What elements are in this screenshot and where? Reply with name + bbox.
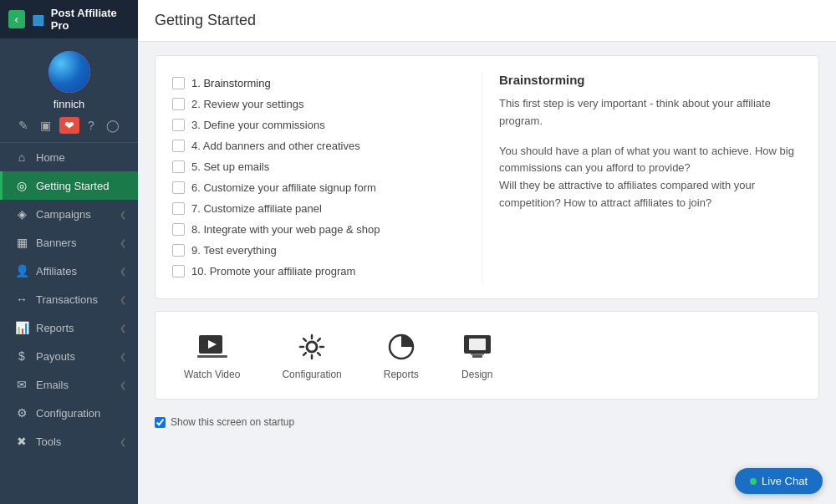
checkbox-1[interactable]: [172, 77, 185, 89]
svg-rect-8: [471, 354, 484, 355]
main-content: Getting Started 1. Brainstorming 2. Revi…: [138, 0, 836, 504]
sidebar-item-getting-started[interactable]: ◎ Getting Started: [0, 171, 138, 200]
username: finnich: [54, 98, 85, 110]
checkbox-3[interactable]: [172, 119, 185, 131]
nav-icon-home: ⌂: [14, 150, 29, 164]
checkbox-2[interactable]: [172, 98, 185, 110]
tools-card: Watch Video Configuration Reports Design: [155, 311, 819, 400]
checkbox-5[interactable]: [172, 160, 185, 173]
nav-label-home: Home: [36, 151, 65, 164]
checklist-item-6[interactable]: 6. Customize your affiliate signup form: [172, 177, 465, 198]
nav-icon-reports: 📊: [14, 321, 29, 334]
sidebar-item-home[interactable]: ⌂ Home: [0, 143, 138, 171]
checklist-item-3[interactable]: 3. Define your commissions: [172, 115, 465, 135]
tool-watch-video[interactable]: Watch Video: [176, 325, 248, 385]
sidebar-item-tools[interactable]: ✖ Tools ❮: [0, 427, 138, 456]
chevron-icon-tools: ❮: [120, 437, 126, 446]
svg-rect-6: [469, 339, 486, 350]
nav-label-transactions: Transactions: [36, 293, 98, 306]
nav-icon-tools: ✖: [14, 435, 29, 448]
help-button[interactable]: ?: [84, 117, 98, 134]
nav-icon-getting-started: ◎: [14, 179, 29, 192]
page-header: Getting Started: [138, 0, 836, 42]
detail-title: Brainstorming: [499, 73, 802, 87]
chevron-icon-campaigns: ❮: [120, 210, 126, 219]
nav-icon-payouts: $: [14, 349, 29, 363]
checklist-item-2[interactable]: 2. Review your settings: [172, 94, 465, 115]
checkbox-6[interactable]: [172, 181, 185, 194]
nav-label-payouts: Payouts: [36, 350, 75, 363]
startup-check: Show this screen on startup: [155, 411, 819, 433]
timer-button[interactable]: ◯: [103, 117, 123, 134]
svg-point-3: [307, 342, 317, 352]
checklist-column: 1. Brainstorming 2. Review your settings…: [172, 73, 465, 282]
nav-label-tools: Tools: [36, 435, 61, 448]
monitor-button[interactable]: ▣: [37, 117, 54, 134]
checkbox-10[interactable]: [172, 265, 185, 277]
checklist-item-8[interactable]: 8. Integrate with your web page & shop: [172, 219, 465, 240]
logo-icon: ▩: [32, 12, 44, 28]
svg-rect-7: [472, 355, 482, 358]
checklist-item-5[interactable]: 5. Set up emails: [172, 156, 465, 177]
checklist-label-8: 8. Integrate with your web page & shop: [191, 223, 380, 236]
chevron-icon-payouts: ❮: [120, 352, 126, 361]
sidebar-item-configuration[interactable]: ⚙ Configuration: [0, 399, 138, 427]
checklist-item-9[interactable]: 9. Test everything: [172, 240, 465, 261]
checkbox-9[interactable]: [172, 244, 185, 257]
sidebar-item-emails[interactable]: ✉ Emails ❮: [0, 370, 138, 399]
tool-label-design: Design: [461, 369, 492, 380]
checklist-item-1[interactable]: 1. Brainstorming: [172, 73, 465, 94]
sidebar-item-reports[interactable]: 📊 Reports ❮: [0, 313, 138, 342]
checklist-label-6: 6. Customize your affiliate signup form: [191, 181, 376, 194]
checkbox-8[interactable]: [172, 223, 185, 236]
nav-label-getting-started: Getting Started: [36, 180, 109, 192]
checklist-item-10[interactable]: 10. Promote your affiliate program: [172, 261, 465, 282]
sidebar-item-payouts[interactable]: $ Payouts ❮: [0, 342, 138, 370]
nav-icon-configuration: ⚙: [14, 406, 29, 420]
tool-reports[interactable]: Reports: [375, 325, 427, 385]
nav-label-affiliates: Affiliates: [36, 265, 77, 277]
sidebar-item-affiliates[interactable]: 👤 Affiliates ❮: [0, 257, 138, 285]
detail-text2: You should have a plan of what you want …: [499, 143, 802, 178]
user-section: finnich ✎ ▣ ❤ ? ◯: [0, 38, 138, 143]
tool-icon-reports: [385, 330, 418, 364]
sidebar-item-campaigns[interactable]: ◈ Campaigns ❮: [0, 200, 138, 228]
svg-rect-2: [197, 355, 227, 358]
sidebar-header: ‹ ▩ Post Affiliate Pro: [0, 0, 138, 38]
tool-icon-design: [461, 330, 494, 364]
user-actions: ✎ ▣ ❤ ? ◯: [15, 117, 123, 134]
nav-label-configuration: Configuration: [36, 407, 100, 420]
nav-icon-banners: ▦: [14, 236, 29, 249]
sidebar-item-transactions[interactable]: ↔ Transactions ❮: [0, 285, 138, 313]
app-title: Post Affiliate Pro: [51, 7, 130, 32]
live-chat-button[interactable]: Live Chat: [735, 468, 823, 494]
sidebar-item-banners[interactable]: ▦ Banners ❮: [0, 228, 138, 257]
checklist-item-4[interactable]: 4. Add banners and other creatives: [172, 135, 465, 156]
back-button[interactable]: ‹: [8, 10, 25, 28]
chevron-icon-emails: ❮: [120, 380, 126, 389]
checklist-label-3: 3. Define your commissions: [191, 119, 325, 131]
checklist-label-10: 10. Promote your affiliate program: [191, 265, 355, 277]
checklist-item-7[interactable]: 7. Customize affiliate panel: [172, 198, 465, 219]
heart-button[interactable]: ❤: [59, 117, 79, 134]
content-area: 1. Brainstorming 2. Review your settings…: [138, 42, 836, 504]
checklist-label-2: 2. Review your settings: [191, 98, 303, 110]
avatar: [48, 51, 90, 93]
tool-configuration[interactable]: Configuration: [273, 325, 349, 385]
chat-status-dot: [750, 478, 757, 485]
checkbox-4[interactable]: [172, 140, 185, 152]
checkbox-7[interactable]: [172, 202, 185, 215]
startup-label: Show this screen on startup: [171, 416, 294, 428]
checklist-label-4: 4. Add banners and other creatives: [191, 140, 360, 152]
tool-design[interactable]: Design: [452, 325, 502, 385]
checklist-label-1: 1. Brainstorming: [191, 77, 271, 89]
nav-icon-transactions: ↔: [14, 293, 29, 306]
startup-checkbox[interactable]: [155, 417, 166, 428]
detail-text3: Will they be attractive to affiliates co…: [499, 177, 802, 212]
checklist-label-7: 7. Customize affiliate panel: [191, 202, 322, 215]
edit-button[interactable]: ✎: [15, 117, 32, 134]
nav-label-campaigns: Campaigns: [36, 208, 91, 221]
chevron-icon-transactions: ❮: [120, 295, 126, 304]
nav-icon-affiliates: 👤: [14, 264, 29, 277]
nav-label-banners: Banners: [36, 237, 76, 249]
